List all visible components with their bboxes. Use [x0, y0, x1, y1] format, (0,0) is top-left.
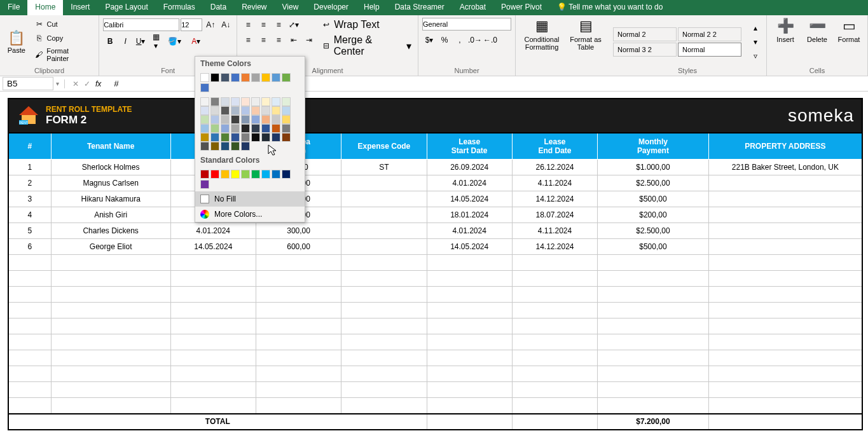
cell-addr[interactable]	[708, 223, 862, 239]
header-lease-end[interactable]: LeaseEnd Date	[512, 133, 597, 160]
cell-empty[interactable]	[8, 334, 51, 350]
cell-addr[interactable]	[708, 207, 862, 223]
cell-pay[interactable]: $200,00	[598, 207, 709, 223]
color-swatch[interactable]	[231, 106, 240, 115]
cell-tenant[interactable]: Magnus Carlsen	[51, 175, 170, 191]
color-swatch[interactable]	[241, 170, 250, 179]
cell-empty[interactable]	[341, 334, 427, 350]
number-format-select[interactable]	[422, 18, 511, 31]
cell-empty[interactable]	[170, 287, 256, 303]
tab-power-pivot[interactable]: Power Pivot	[493, 0, 549, 15]
cell-pay[interactable]: $2.500,00	[598, 175, 709, 191]
font-color-button[interactable]: A▾	[186, 34, 206, 48]
cell-exp[interactable]	[341, 207, 427, 223]
tab-help[interactable]: Help	[356, 0, 387, 15]
color-swatch[interactable]	[272, 115, 280, 124]
bold-button[interactable]: B	[103, 34, 117, 48]
cell-n[interactable]: 4	[8, 207, 51, 223]
color-swatch[interactable]	[210, 142, 219, 151]
cell-empty[interactable]	[341, 303, 427, 318]
color-swatch[interactable]	[231, 133, 240, 142]
cell-empty[interactable]	[341, 255, 427, 271]
cell-empty[interactable]	[598, 318, 709, 334]
cell-empty[interactable]	[51, 318, 170, 334]
cell-empty[interactable]	[341, 287, 427, 303]
cell-empty[interactable]	[51, 334, 170, 350]
cell-empty[interactable]	[256, 398, 341, 414]
color-swatch[interactable]	[200, 170, 209, 179]
cell-le[interactable]: 26.12.2024	[512, 160, 597, 175]
no-fill-option[interactable]: No Fill	[195, 191, 305, 207]
color-swatch[interactable]	[251, 106, 260, 115]
color-swatch[interactable]	[282, 133, 291, 142]
style-normal[interactable]: Normal	[678, 43, 741, 57]
cell-empty[interactable]	[427, 350, 512, 366]
color-swatch[interactable]	[272, 124, 280, 133]
color-swatch[interactable]	[200, 124, 209, 133]
header-address[interactable]: PROPERTY ADDRESS	[708, 133, 862, 160]
cell-empty[interactable]	[512, 382, 597, 398]
tell-me-search[interactable]: 💡 Tell me what you want to do	[549, 0, 670, 15]
copy-button[interactable]: ⎘Copy	[32, 32, 95, 44]
color-swatch[interactable]	[210, 97, 219, 106]
cell-empty[interactable]	[341, 318, 427, 334]
cell-empty[interactable]	[598, 382, 709, 398]
cell-empty[interactable]	[51, 350, 170, 366]
cell-empty[interactable]	[51, 382, 170, 398]
name-box[interactable]	[3, 77, 53, 90]
cell-exp[interactable]	[341, 223, 427, 239]
cell-pay[interactable]: $500,00	[598, 191, 709, 207]
cell-tenant[interactable]: George Eliot	[51, 239, 170, 255]
color-swatch[interactable]	[272, 106, 280, 115]
cell-tenant[interactable]: Sherlock Holmes	[51, 160, 170, 175]
color-swatch[interactable]	[241, 115, 250, 124]
color-swatch[interactable]	[261, 115, 270, 124]
cell-empty[interactable]	[708, 334, 862, 350]
color-swatch[interactable]	[241, 97, 250, 106]
cell-empty[interactable]	[170, 382, 256, 398]
tab-developer[interactable]: Developer	[306, 0, 356, 15]
cell-ls[interactable]: 18.01.2024	[427, 207, 512, 223]
color-swatch[interactable]	[200, 142, 209, 151]
cell-empty[interactable]	[170, 255, 256, 271]
cell-empty[interactable]	[51, 303, 170, 318]
tab-insert[interactable]: Insert	[63, 0, 97, 15]
tab-view[interactable]: View	[275, 0, 307, 15]
increase-indent-button[interactable]: ⇥	[302, 33, 316, 47]
border-button[interactable]: ▦ ▾	[149, 34, 163, 48]
tab-review[interactable]: Review	[234, 0, 274, 15]
cell-empty[interactable]	[341, 350, 427, 366]
color-swatch[interactable]	[241, 106, 250, 115]
cell-empty[interactable]	[170, 318, 256, 334]
cell-addr[interactable]	[708, 239, 862, 255]
font-size-select[interactable]	[181, 18, 202, 31]
cell-empty[interactable]	[8, 382, 51, 398]
cell-exp[interactable]	[341, 191, 427, 207]
cell-empty[interactable]	[708, 303, 862, 318]
cell-empty[interactable]	[170, 350, 256, 366]
cell-empty[interactable]	[8, 271, 51, 287]
cell-empty[interactable]	[708, 366, 862, 382]
increase-decimal-button[interactable]: .0→	[468, 33, 482, 47]
wrap-text-button[interactable]: ↩Wrap Text	[319, 18, 414, 32]
color-swatch[interactable]	[210, 73, 219, 82]
cell-empty[interactable]	[598, 398, 709, 414]
cell-exp[interactable]	[341, 175, 427, 191]
cell-ls[interactable]: 4.01.2024	[427, 175, 512, 191]
color-swatch[interactable]	[210, 170, 219, 179]
cell-tenant[interactable]: Hikaru Nakamura	[51, 191, 170, 207]
color-swatch[interactable]	[261, 106, 270, 115]
cell-empty[interactable]	[512, 398, 597, 414]
cell-empty[interactable]	[8, 350, 51, 366]
font-name-select[interactable]	[103, 18, 179, 31]
cell-empty[interactable]	[708, 318, 862, 334]
color-swatch[interactable]	[231, 124, 240, 133]
cell-empty[interactable]	[427, 366, 512, 382]
cell-empty[interactable]	[51, 366, 170, 382]
cell-empty[interactable]	[427, 271, 512, 287]
cell-exp[interactable]	[341, 239, 427, 255]
cell-empty[interactable]	[256, 255, 341, 271]
cell-empty[interactable]	[8, 287, 51, 303]
paste-button[interactable]: 📋 Paste	[4, 18, 29, 65]
cell-empty[interactable]	[598, 303, 709, 318]
